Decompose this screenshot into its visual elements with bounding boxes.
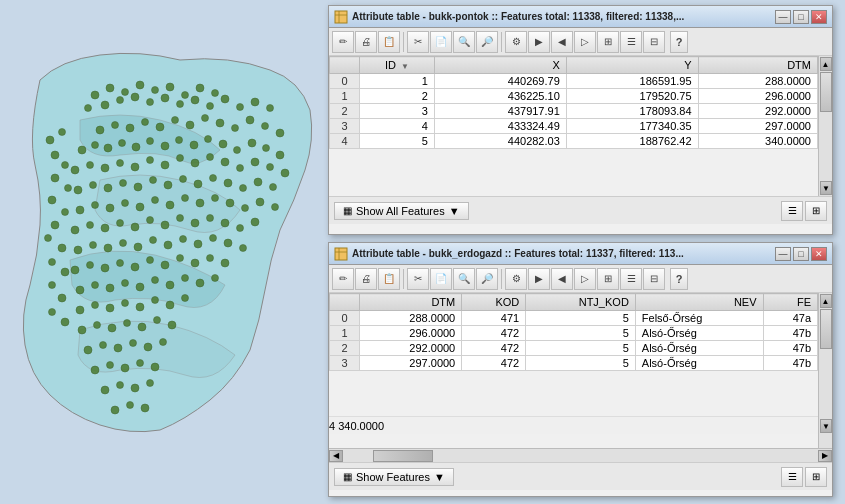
svg-point-72: [131, 163, 139, 171]
tb-filter-btn[interactable]: ⊞: [597, 31, 619, 53]
tb-help-btn[interactable]: ?: [670, 31, 688, 53]
tb-copy-btn[interactable]: 📋: [378, 31, 400, 53]
svg-point-184: [117, 382, 124, 389]
svg-point-13: [131, 93, 139, 101]
table-row: 4 5 440282.03 188762.42 340.0000: [330, 134, 818, 149]
view-form-btn-2[interactable]: ⊞: [805, 467, 827, 487]
svg-point-20: [237, 104, 244, 111]
tb-grid-btn[interactable]: ⊟: [643, 31, 665, 53]
svg-point-153: [166, 281, 174, 289]
th-id[interactable]: ID ▼: [360, 57, 435, 74]
cell-ntj: 5: [526, 326, 636, 341]
minimize-btn-2[interactable]: —: [775, 247, 791, 261]
svg-point-52: [276, 129, 284, 137]
view-form-btn-1[interactable]: ⊞: [805, 201, 827, 221]
svg-point-103: [166, 201, 174, 209]
view-table-btn-1[interactable]: ☰: [781, 201, 803, 221]
titlebar-2: Attribute table - bukk_erdogazd :: Featu…: [329, 243, 832, 265]
svg-point-95: [254, 178, 262, 186]
th-x[interactable]: X: [434, 57, 566, 74]
svg-point-154: [182, 275, 189, 282]
tb2-print-btn[interactable]: 🖨: [355, 268, 377, 290]
bottom-bar-2: ▦ Show Features ▼ ☰ ⊞: [329, 462, 832, 490]
svg-point-62: [205, 136, 212, 143]
th-y[interactable]: Y: [566, 57, 698, 74]
svg-point-75: [177, 155, 184, 162]
svg-point-132: [194, 240, 202, 248]
svg-point-38: [49, 309, 56, 316]
cell-x: 437917.91: [434, 104, 566, 119]
tb-edit2-btn[interactable]: ✂: [407, 31, 429, 53]
table-row: 1 2 436225.10 179520.75 296.0000: [330, 89, 818, 104]
svg-point-136: [71, 266, 79, 274]
svg-point-106: [212, 195, 219, 202]
th2-ntj[interactable]: NTJ_KOD: [526, 294, 636, 311]
svg-point-37: [58, 294, 66, 302]
close-btn-1[interactable]: ✕: [811, 10, 827, 24]
vscroll-2[interactable]: ▲ ▼: [818, 293, 832, 448]
tb2-filter-btn[interactable]: ⊞: [597, 268, 619, 290]
tb-back-btn[interactable]: ◀: [551, 31, 573, 53]
th2-fe[interactable]: FE: [763, 294, 818, 311]
tb2-grid-btn[interactable]: ⊟: [643, 268, 665, 290]
svg-point-119: [191, 219, 199, 227]
tb2-col-btn[interactable]: ☰: [620, 268, 642, 290]
vscroll-1[interactable]: ▲ ▼: [818, 56, 832, 196]
cell-id: 2: [360, 89, 435, 104]
tb2-zoom-btn[interactable]: 🔎: [476, 268, 498, 290]
th2-kod[interactable]: KOD: [462, 294, 526, 311]
close-btn-2[interactable]: ✕: [811, 247, 827, 261]
tb-edit-btn[interactable]: ✏: [332, 31, 354, 53]
tb-search-btn[interactable]: 🔍: [453, 31, 475, 53]
svg-point-26: [62, 162, 69, 169]
tb2-play-btn[interactable]: ▶: [528, 268, 550, 290]
tb-col-btn[interactable]: ☰: [620, 31, 642, 53]
tb2-fwd-btn[interactable]: ▷: [574, 268, 596, 290]
th-dtm[interactable]: DTM: [698, 57, 817, 74]
cell-dtm: 297.0000: [698, 119, 817, 134]
view-table-btn-2[interactable]: ☰: [781, 467, 803, 487]
th2-nev[interactable]: NEV: [635, 294, 763, 311]
tb-play-btn[interactable]: ▶: [528, 31, 550, 53]
minimize-btn-1[interactable]: —: [775, 10, 791, 24]
svg-point-96: [270, 184, 277, 191]
cell-dtm: 296.0000: [360, 326, 462, 341]
restore-btn-2[interactable]: □: [793, 247, 809, 261]
tb-print-btn[interactable]: 🖨: [355, 31, 377, 53]
cell-kod: 472: [462, 326, 526, 341]
tb2-sep-1: [403, 269, 404, 289]
hscroll-2[interactable]: ◀ ▶: [329, 448, 832, 462]
tb-zoom-btn[interactable]: 🔎: [476, 31, 498, 53]
svg-point-25: [51, 151, 59, 159]
tb2-search-btn[interactable]: 🔍: [453, 268, 475, 290]
svg-point-125: [90, 242, 97, 249]
tb2-help-btn[interactable]: ?: [670, 268, 688, 290]
tb2-settings-btn[interactable]: ⚙: [505, 268, 527, 290]
svg-point-159: [106, 304, 114, 312]
show-features-btn-2[interactable]: ▦ Show Features ▼: [334, 468, 454, 486]
tb2-back-btn[interactable]: ◀: [551, 268, 573, 290]
view-btns-2: ☰ ⊞: [781, 467, 827, 487]
cell-nev: Alsó-Őrség: [635, 326, 763, 341]
tb-settings-btn[interactable]: ⚙: [505, 31, 527, 53]
svg-rect-190: [335, 11, 347, 23]
tb-paste-btn[interactable]: 📄: [430, 31, 452, 53]
tb2-copy-btn[interactable]: 📋: [378, 268, 400, 290]
svg-point-169: [138, 323, 146, 331]
show-all-features-btn-1[interactable]: ▦ Show All Features ▼: [334, 202, 469, 220]
svg-point-36: [49, 282, 56, 289]
cell-dtm: 292.0000: [360, 341, 462, 356]
th2-dtm[interactable]: DTM: [360, 294, 462, 311]
hscroll-thumb-2[interactable]: [373, 450, 433, 462]
svg-point-144: [191, 259, 199, 267]
tb-fwd-btn[interactable]: ▷: [574, 31, 596, 53]
svg-point-48: [216, 119, 224, 127]
show-features-icon-1: ▦: [343, 205, 352, 216]
tb2-edit-btn[interactable]: ✏: [332, 268, 354, 290]
svg-point-162: [152, 297, 159, 304]
svg-point-165: [78, 326, 86, 334]
tb2-paste-btn[interactable]: 📄: [430, 268, 452, 290]
svg-point-163: [166, 301, 174, 309]
restore-btn-1[interactable]: □: [793, 10, 809, 24]
tb2-edit2-btn[interactable]: ✂: [407, 268, 429, 290]
